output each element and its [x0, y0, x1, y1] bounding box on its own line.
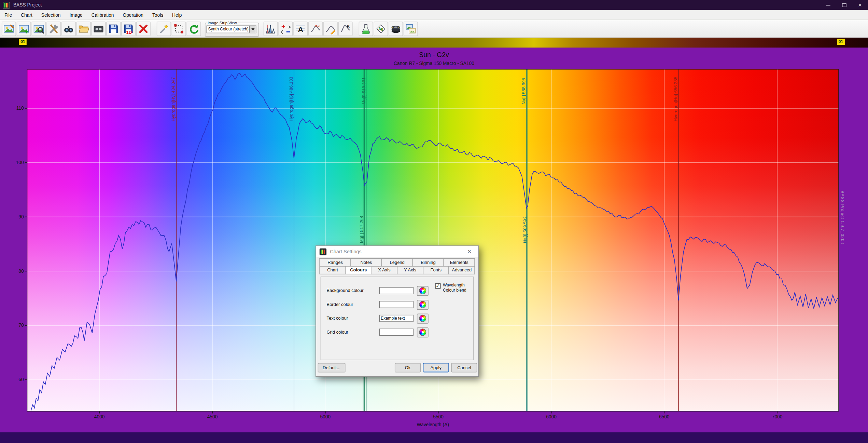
background-colour-picker-button[interactable]	[417, 286, 429, 296]
refresh-button[interactable]	[186, 21, 201, 36]
app-icon	[3, 1, 10, 9]
tab-elements[interactable]: Elements	[444, 258, 475, 266]
text-colour-row: Text colour	[321, 311, 473, 325]
tab-binning[interactable]: Binning	[413, 258, 444, 266]
open-folder-button[interactable]	[76, 21, 91, 36]
background-colour-input[interactable]	[379, 287, 414, 294]
delete-button[interactable]	[136, 21, 151, 36]
add-image-button[interactable]	[17, 21, 31, 36]
menu-image[interactable]: Image	[65, 10, 87, 19]
planck-curve-icon: K	[340, 23, 351, 34]
border-colour-row: Border colour	[321, 298, 473, 312]
menu-selection[interactable]: Selection	[37, 10, 65, 19]
y-tick-label: 60	[4, 377, 24, 382]
save-button[interactable]	[106, 21, 121, 36]
menu-help[interactable]: Help	[168, 10, 186, 19]
edit-image-icon	[3, 23, 14, 34]
grid-colour-row: Grid colour	[321, 325, 473, 339]
spectral-library-button[interactable]	[389, 21, 403, 36]
maximize-button[interactable]	[836, 0, 852, 10]
text-colour-input[interactable]	[379, 315, 414, 322]
zoom-image-icon	[33, 23, 44, 34]
spectral-library-icon	[390, 23, 401, 34]
tools-icon	[48, 23, 59, 34]
menu-operation[interactable]: Operation	[118, 10, 148, 19]
annotations-icon: A	[295, 23, 306, 34]
minimize-button[interactable]	[820, 0, 836, 10]
colour-wheel-icon	[419, 287, 426, 294]
dialog-app-icon	[319, 248, 326, 255]
dialog-title-bar[interactable]: Chart Settings ×	[316, 246, 478, 257]
watermark: BASS Project 1.9.7_32bit	[840, 191, 845, 244]
svg-text:K: K	[347, 24, 350, 29]
tab-colours[interactable]: Colours	[346, 266, 372, 274]
menu-calibration[interactable]: Calibration	[87, 10, 118, 19]
save-1d-profile-button[interactable]: 1D	[121, 21, 136, 36]
grid-colour-input[interactable]	[379, 328, 414, 336]
selection-region-button[interactable]	[172, 21, 186, 36]
grid-colour-picker-button[interactable]	[417, 327, 429, 337]
default-button[interactable]: Default...	[318, 363, 346, 373]
tab-fonts[interactable]: Fonts	[423, 266, 449, 274]
magic-wand-button[interactable]	[157, 21, 171, 36]
spectral-line-label: Hydrogen[Hβ] 486.133	[289, 77, 294, 121]
cancel-button[interactable]: Cancel	[451, 363, 477, 373]
text-colour-label: Text colour	[326, 316, 379, 321]
x-tick-label: 4000	[88, 414, 111, 419]
calibrate-lines-button[interactable]	[264, 21, 278, 36]
tab-y-axis[interactable]: Y Axis	[397, 266, 423, 274]
colour-wheel-icon	[419, 328, 426, 336]
combobox-arrow-icon[interactable]	[249, 26, 256, 32]
tools-button[interactable]	[46, 21, 61, 36]
element-lines-button[interactable]: Ag	[374, 21, 388, 36]
chemical-flask-button[interactable]	[359, 21, 373, 36]
tab-notes[interactable]: Notes	[351, 258, 382, 266]
menu-file[interactable]: File	[0, 10, 16, 19]
camera-film-icon	[93, 23, 104, 34]
border-colour-picker-button[interactable]	[417, 299, 429, 309]
svg-text:1D: 1D	[126, 29, 132, 34]
export-image-button[interactable]	[404, 21, 418, 36]
y-tick-label: 100	[4, 160, 24, 165]
chemical-flask-icon	[360, 23, 371, 34]
response-curve-button[interactable]	[323, 21, 338, 36]
spectral-line-label: Hydrogen[Hα] 656.285	[673, 77, 678, 121]
tab-x-axis[interactable]: X Axis	[372, 266, 397, 274]
checkbox-label: Wavelength Colour blend	[443, 283, 472, 293]
tab-chart[interactable]: Chart	[319, 266, 346, 274]
zoom-image-button[interactable]	[31, 21, 46, 36]
math-operations-button[interactable]	[278, 21, 293, 36]
menu-chart[interactable]: Chart	[16, 10, 37, 19]
spectral-line-label: Na[I] 588.995	[521, 78, 526, 105]
y-tick-label: 80	[4, 268, 24, 273]
edit-image-button[interactable]	[2, 21, 16, 36]
tab-legend[interactable]: Legend	[382, 258, 413, 266]
svg-text:A: A	[298, 25, 303, 33]
strip-view-combobox[interactable]: Synth Colour (stretch)	[207, 25, 256, 33]
close-button[interactable]: ×	[852, 0, 868, 10]
spectral-line-label: Mg[I] 517.268	[359, 216, 364, 243]
refresh-icon	[188, 23, 199, 34]
tab-advanced[interactable]: Advanced	[449, 266, 475, 274]
ok-button[interactable]: Ok	[395, 363, 421, 373]
wavelength-colour-blend-checkbox[interactable]: ✓ Wavelength Colour blend	[435, 283, 472, 293]
x-tick-label: 6500	[653, 414, 675, 419]
x-tick-label: 5500	[427, 414, 449, 419]
search-binoculars-button[interactable]	[61, 21, 76, 36]
text-colour-picker-button[interactable]	[417, 313, 429, 323]
annotations-button[interactable]: A	[293, 21, 308, 36]
tab-ranges[interactable]: Ranges	[319, 258, 351, 266]
planck-curve-button[interactable]: K	[338, 21, 353, 36]
minimize-icon	[826, 5, 830, 5]
dialog-close-button[interactable]: ×	[463, 247, 476, 256]
chart-region: Sun - G2v Canon R7 - Sigma 150 Macro - S…	[0, 48, 868, 432]
search-binoculars-icon	[63, 23, 74, 34]
camera-film-button[interactable]	[91, 21, 106, 36]
menu-tools[interactable]: Tools	[148, 10, 168, 19]
apply-button[interactable]: Apply	[423, 363, 449, 373]
reference-library-button[interactable]: Ref	[308, 21, 323, 36]
save-icon	[108, 23, 119, 34]
math-operations-icon	[280, 23, 291, 34]
border-colour-input[interactable]	[379, 301, 414, 308]
y-tick-label: 110	[4, 105, 24, 111]
